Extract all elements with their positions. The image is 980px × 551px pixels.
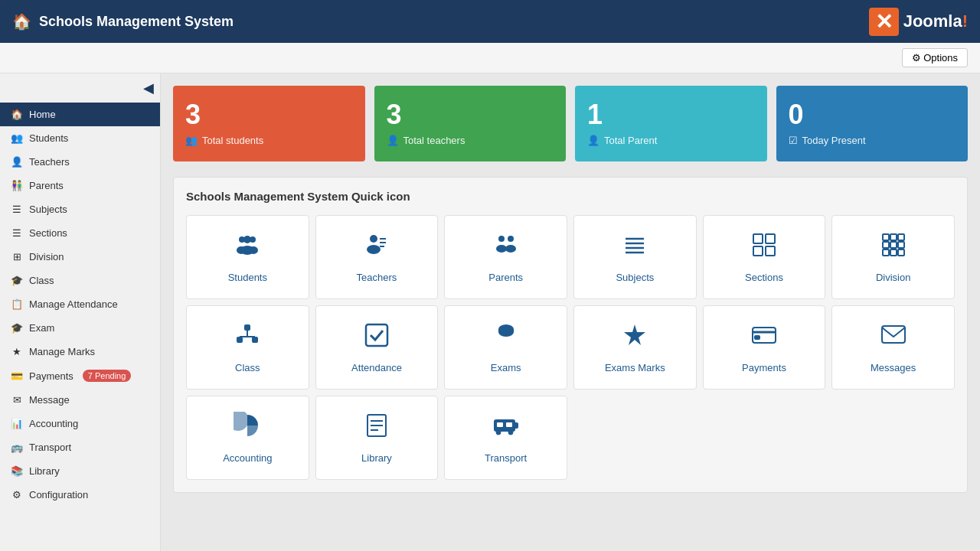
message-icon: ✉ [11,394,23,406]
quick-item-transport[interactable]: Transport [444,396,567,480]
sidebar-label-transport: Transport [29,442,71,453]
sidebar-item-students[interactable]: 👥 Students [0,126,160,150]
svg-rect-28 [898,242,904,248]
sidebar-item-transport[interactable]: 🚌 Transport [0,435,160,459]
quick-grid-spacer [573,396,697,480]
options-button[interactable]: ⚙ Options [902,48,968,67]
sidebar-label-marks: Manage Marks [29,346,95,357]
sidebar-label-subjects: Subjects [29,204,67,215]
teachers-icon: 👤 [11,156,23,168]
class-icon: 🎓 [11,275,23,286]
sidebar-item-marks[interactable]: ★ Manage Marks [0,340,160,364]
sidebar-label-configuration: Configuration [29,489,88,500]
svg-rect-19 [753,234,763,243]
quick-grid: Students Teachers Parents [186,215,955,480]
sidebar-item-exam[interactable]: 🎓 Exam [0,316,160,340]
stat-students-number: 3 [185,101,353,129]
quick-item-payments[interactable]: Payments [703,305,826,390]
joomla-logo: ✕ Joomla! [869,8,968,36]
sidebar: ◀ 🏠 Home 👥 Students 👤 Teachers 👫 Parents… [0,73,161,551]
stat-parent-number: 1 [587,101,755,129]
sidebar-item-accounting[interactable]: 📊 Accounting [0,412,160,435]
stat-card-present: 0 ☑ Today Present [776,86,969,161]
quick-sections-icon [750,231,778,264]
sidebar-item-payments[interactable]: 💳 Payments 7 Pending [0,364,160,388]
quick-students-label: Students [228,272,267,283]
sidebar-item-class[interactable]: 🎓 Class [0,269,160,292]
sidebar-label-exam: Exam [29,322,54,334]
svg-point-5 [249,246,258,254]
quick-item-attendance[interactable]: Attendance [315,305,439,390]
sidebar-item-parents[interactable]: 👫 Parents [0,174,160,197]
svg-rect-31 [898,249,904,256]
quick-item-accounting[interactable]: Accounting [186,396,309,480]
quick-students-icon [234,231,261,264]
sidebar-item-teachers[interactable]: 👤 Teachers [0,150,160,174]
home-icon: 🏠 [11,109,23,120]
stat-students-label: 👥 Total students [185,135,353,146]
svg-rect-51 [497,422,503,427]
quick-item-class[interactable]: Class [186,305,309,390]
quick-subjects-label: Subjects [616,272,654,283]
sidebar-label-attendance: Manage Attendance [29,298,118,310]
sidebar-item-configuration[interactable]: ⚙ Configuration [0,483,160,507]
svg-point-1 [239,236,245,243]
students-icon: 👥 [11,132,23,144]
sidebar-item-attendance[interactable]: 📋 Manage Attendance [0,292,160,316]
transport-icon: 🚌 [11,442,23,453]
navbar: 🏠 Schools Management System ✕ Joomla! [0,0,980,43]
quick-item-teachers[interactable]: Teachers [315,215,439,299]
navbar-left: 🏠 Schools Management System [12,12,234,31]
sidebar-item-message[interactable]: ✉ Message [0,388,160,412]
stat-parent-icon: 👤 [587,135,599,146]
quick-item-exams[interactable]: Exams [444,305,567,390]
stat-card-students: 3 👥 Total students [173,86,365,161]
svg-point-12 [496,245,507,253]
parents-icon: 👫 [11,180,23,191]
sidebar-item-library[interactable]: 📚 Library [0,459,160,483]
svg-rect-24 [890,234,897,240]
quick-class-icon [234,321,261,354]
quick-item-library[interactable]: Library [315,396,439,480]
sidebar-label-payments: Payments [29,370,74,382]
quick-messages-label: Messages [871,362,916,373]
quick-item-sections[interactable]: Sections [703,215,826,299]
quick-class-label: Class [235,362,260,373]
svg-rect-27 [890,242,897,248]
sidebar-label-accounting: Accounting [29,418,78,429]
options-bar: ⚙ Options [0,43,980,73]
quick-item-messages[interactable]: Messages [831,305,955,390]
stat-teachers-number: 3 [387,101,554,129]
quick-item-division[interactable]: Division [831,215,955,299]
quick-section-title: Schools Management System Quick icon [186,190,955,203]
quick-item-exams-marks[interactable]: Exams Marks [573,305,697,390]
sidebar-item-subjects[interactable]: ☰ Subjects [0,197,160,221]
sidebar-item-sections[interactable]: ☰ Sections [0,221,160,245]
config-icon: ⚙ [11,489,23,500]
stat-teachers-label: 👤 Total teachers [387,135,554,146]
svg-point-14 [505,245,516,253]
quick-item-students[interactable]: Students [186,215,309,299]
quick-grid-spacer2 [703,396,826,480]
svg-point-4 [237,246,246,254]
quick-item-subjects[interactable]: Subjects [573,215,697,299]
quick-attendance-label: Attendance [351,362,402,373]
quick-exams-icon [492,321,520,354]
quick-accounting-icon [234,412,261,445]
sidebar-label-library: Library [29,465,60,477]
svg-rect-22 [766,246,775,256]
quick-subjects-icon [621,231,648,264]
sections-icon: ☰ [11,227,23,239]
accounting-icon: 📊 [11,418,23,429]
sidebar-item-home[interactable]: 🏠 Home [0,103,160,126]
sidebar-collapse-area: ◀ [0,73,160,103]
sidebar-collapse-button[interactable]: ◀ [143,80,154,96]
sidebar-item-division[interactable]: ⊞ Division [0,245,160,269]
stat-card-teachers: 3 👤 Total teachers [374,86,567,161]
quick-payments-icon [750,321,778,354]
svg-marker-41 [624,324,645,345]
quick-item-parents[interactable]: Parents [444,215,567,299]
svg-point-54 [508,430,513,435]
stat-present-number: 0 [789,101,956,129]
svg-rect-37 [366,324,387,346]
